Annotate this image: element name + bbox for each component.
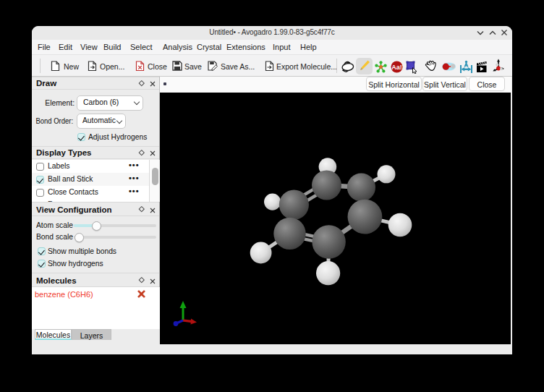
svg-text:Aa!: Aa! [391, 64, 402, 71]
